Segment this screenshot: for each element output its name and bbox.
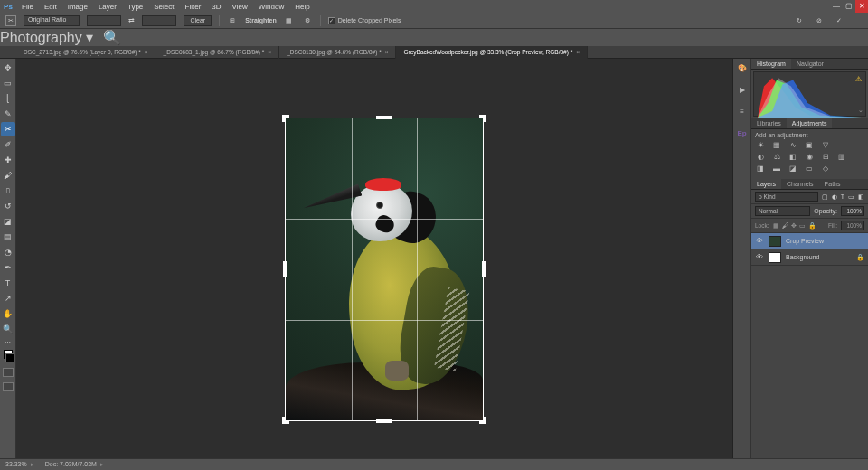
straighten-label[interactable]: Straighten <box>245 17 277 24</box>
lock-position-icon[interactable]: ✥ <box>791 222 797 230</box>
crop-height-input[interactable] <box>142 15 176 26</box>
crop-handle-right[interactable] <box>482 261 486 277</box>
quick-select-tool[interactable]: ✎ <box>1 107 15 121</box>
color-panel-icon[interactable]: 🎨 <box>736 62 749 75</box>
gradient-map-adj-icon[interactable]: ▭ <box>804 164 815 174</box>
hue-adj-icon[interactable]: ◐ <box>755 153 766 162</box>
levels-adj-icon[interactable]: ▦ <box>771 141 782 150</box>
crop-width-input[interactable] <box>87 15 121 26</box>
filter-pixel-icon[interactable]: ▢ <box>822 193 828 201</box>
filter-smart-icon[interactable]: ◧ <box>858 193 864 201</box>
history-brush-tool[interactable]: ↺ <box>1 199 15 213</box>
eraser-tool[interactable]: ◪ <box>1 214 15 229</box>
reset-crop-icon[interactable]: ↻ <box>794 15 805 26</box>
menu-layer[interactable]: Layer <box>93 3 122 11</box>
crop-handle-top-left[interactable] <box>282 115 293 126</box>
close-icon[interactable]: × <box>385 49 389 55</box>
filter-type-icon[interactable]: T <box>841 193 844 200</box>
move-tool[interactable]: ✥ <box>1 61 15 75</box>
blend-mode-select[interactable]: Normal <box>755 206 810 216</box>
lock-artboard-icon[interactable]: ▭ <box>799 222 806 230</box>
lookup-adj-icon[interactable]: ▥ <box>836 153 847 162</box>
channel-mixer-adj-icon[interactable]: ⊞ <box>820 153 831 162</box>
close-icon[interactable]: × <box>576 49 580 55</box>
lock-pixels-icon[interactable]: 🖌 <box>782 222 788 230</box>
bw-adj-icon[interactable]: ◧ <box>788 153 798 162</box>
menu-edit[interactable]: Edit <box>39 3 62 11</box>
exposure-adj-icon[interactable]: ▣ <box>804 141 815 150</box>
vibrance-adj-icon[interactable]: ▽ <box>820 141 831 150</box>
quick-mask-toggle[interactable] <box>3 368 14 377</box>
crop-settings-icon[interactable]: ⚙ <box>302 15 313 26</box>
menu-window[interactable]: Window <box>253 3 289 11</box>
type-tool[interactable]: T <box>1 276 15 290</box>
export-panel-icon[interactable]: Ep <box>736 127 749 140</box>
actions-panel-icon[interactable]: ▶ <box>736 84 749 97</box>
window-maximize-button[interactable]: ▢ <box>843 0 855 13</box>
crop-handle-left[interactable] <box>283 261 287 277</box>
crop-handle-bottom-right[interactable] <box>476 413 486 424</box>
healing-tool[interactable]: ✚ <box>1 153 15 167</box>
zoom-tool[interactable]: 🔍 <box>1 322 15 336</box>
lock-transparency-icon[interactable]: ▦ <box>773 222 779 230</box>
brush-tool[interactable]: 🖌 <box>1 168 15 183</box>
document-tab[interactable]: GreyBackedWoodpecker.jpg @ 33.3% (Crop P… <box>396 46 588 59</box>
filter-shape-icon[interactable]: ▭ <box>848 193 854 201</box>
visibility-icon[interactable]: 👁 <box>755 253 764 261</box>
overlay-options-icon[interactable]: ▦ <box>284 15 295 26</box>
screen-mode-toggle[interactable] <box>3 382 14 391</box>
crop-box[interactable] <box>285 118 484 421</box>
posterize-adj-icon[interactable]: ▬ <box>771 164 782 174</box>
straighten-icon[interactable]: ⊞ <box>227 15 238 26</box>
path-tool[interactable]: ↗ <box>1 291 15 306</box>
tab-histogram[interactable]: Histogram <box>751 59 791 69</box>
tab-libraries[interactable]: Libraries <box>751 118 787 128</box>
menu-image[interactable]: Image <box>62 3 93 11</box>
document-size[interactable]: Doc: 7.03M/7.03M <box>45 461 104 468</box>
clear-button[interactable]: Clear <box>184 15 212 26</box>
background-color[interactable] <box>5 353 14 362</box>
pen-tool[interactable]: ✒ <box>1 260 15 275</box>
brightness-adj-icon[interactable]: ☀ <box>755 141 766 150</box>
delete-cropped-checkbox[interactable]: ✓ Delete Cropped Pixels <box>328 17 401 24</box>
marquee-tool[interactable]: ▭ <box>1 76 15 90</box>
curves-adj-icon[interactable]: ∿ <box>788 141 798 150</box>
window-close-button[interactable]: ✕ <box>855 0 868 13</box>
menu-3d[interactable]: 3D <box>206 3 226 11</box>
threshold-adj-icon[interactable]: ◪ <box>788 164 798 174</box>
search-icon[interactable]: 🔍 <box>103 30 121 45</box>
expand-icon[interactable]: ⌄ <box>858 107 863 114</box>
fill-input[interactable]: 100% <box>841 221 864 230</box>
tab-channels[interactable]: Channels <box>781 179 819 189</box>
crop-handle-top[interactable] <box>376 116 392 119</box>
gradient-tool[interactable]: ▤ <box>1 230 15 244</box>
tool-more-icon[interactable]: ⋯ <box>5 339 11 346</box>
aspect-preset-select[interactable]: Original Ratio <box>24 15 80 26</box>
workspace-switcher[interactable]: Photography ▾ 🔍 <box>0 29 868 46</box>
layer-row[interactable]: 👁 Crop Preview <box>751 233 868 249</box>
layer-filter-select[interactable]: ρ Kind <box>755 192 818 202</box>
menu-select[interactable]: Select <box>148 3 179 11</box>
selective-color-adj-icon[interactable]: ◇ <box>820 164 831 174</box>
lock-all-icon[interactable]: 🔒 <box>808 222 816 230</box>
document-tab[interactable]: _DSC0683_1.jpg @ 66.7% (RGB/8#) *× <box>156 46 280 59</box>
crop-handle-top-right[interactable] <box>476 115 486 126</box>
invert-adj-icon[interactable]: ◨ <box>755 164 766 174</box>
filter-adj-icon[interactable]: ◐ <box>832 193 837 201</box>
cancel-crop-icon[interactable]: ⊘ <box>814 15 825 26</box>
canvas[interactable] <box>16 59 732 458</box>
color-balance-adj-icon[interactable]: ⚖ <box>771 153 782 162</box>
document-tab[interactable]: _DSC0130.jpg @ 54.6% (RGB/8#) *× <box>279 46 396 59</box>
menu-view[interactable]: View <box>227 3 253 11</box>
eyedropper-tool[interactable]: ✐ <box>1 137 15 152</box>
document-tab[interactable]: DSC_2713.jpg @ 76.6% (Layer 0, RGB/8#) *… <box>16 46 156 59</box>
visibility-icon[interactable]: 👁 <box>755 237 764 245</box>
history-panel-icon[interactable]: ≡ <box>736 106 749 118</box>
swap-dimensions-icon[interactable]: ⇄ <box>128 16 135 24</box>
close-icon[interactable]: × <box>268 49 271 55</box>
lasso-tool[interactable]: ɭ <box>1 91 15 106</box>
stamp-tool[interactable]: ⎍ <box>1 183 15 198</box>
menu-filter[interactable]: Filter <box>180 3 207 11</box>
tab-layers[interactable]: Layers <box>751 179 781 189</box>
menu-help[interactable]: Help <box>289 3 315 11</box>
